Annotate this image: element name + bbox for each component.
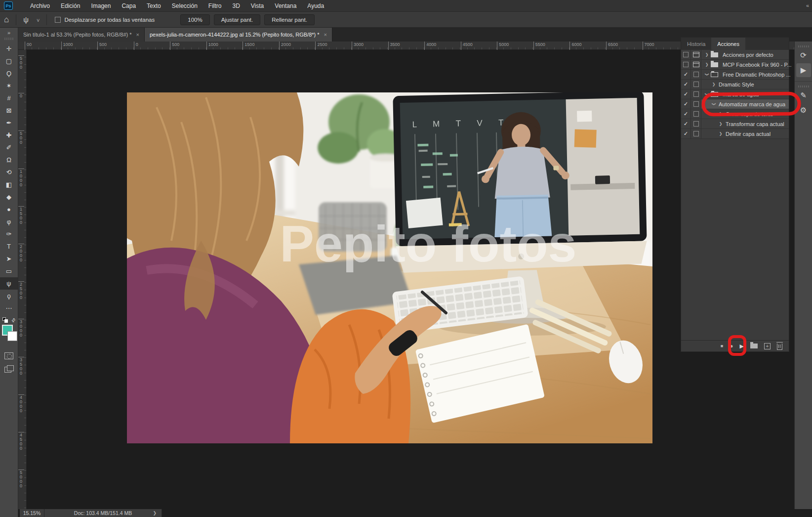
toggle-item-checkbox[interactable]: ✓ xyxy=(681,80,691,89)
new-group-button[interactable] xyxy=(750,344,758,348)
expand-arrow-icon[interactable] xyxy=(718,131,724,136)
stop-button[interactable] xyxy=(721,344,723,348)
action-row[interactable]: ✓Transformar capa actual xyxy=(681,119,789,129)
type-tool[interactable]: T xyxy=(0,240,18,253)
action-row[interactable]: ✓Marca de agua xyxy=(681,89,789,99)
canvas-image[interactable]: L M T V T F xyxy=(127,92,652,443)
zoom-tool[interactable]: ϙ xyxy=(0,290,18,302)
toggle-dialog-checkbox[interactable] xyxy=(691,80,701,89)
menu-item[interactable]: 3D xyxy=(227,0,245,12)
chevron-down-icon[interactable] xyxy=(37,15,40,24)
frame-tool[interactable]: ⊠ xyxy=(0,104,18,117)
toggle-item-checkbox[interactable]: ✓ xyxy=(681,129,691,138)
panel-tab[interactable]: Acciones xyxy=(711,38,745,50)
record-button[interactable] xyxy=(730,343,733,349)
default-colors-icon[interactable] xyxy=(2,317,8,323)
expand-arrow-icon[interactable] xyxy=(704,72,710,77)
screen-mode-icon[interactable] xyxy=(4,365,13,372)
tool-presets-panel-icon[interactable]: ✎ xyxy=(796,88,811,102)
path-selection-tool[interactable]: ➤ xyxy=(0,253,18,265)
close-icon[interactable] xyxy=(324,32,327,38)
crop-tool[interactable]: # xyxy=(0,92,18,104)
marquee-tool[interactable]: ▢ xyxy=(0,55,18,67)
expand-arrow-icon[interactable] xyxy=(711,102,717,106)
collapse-panels-icon[interactable] xyxy=(806,2,809,8)
toggle-dialog-checkbox[interactable] xyxy=(691,60,701,69)
gradient-tool[interactable]: ◆ xyxy=(0,191,18,203)
toggle-item-checkbox[interactable]: ✓ xyxy=(681,99,691,109)
brush-tool[interactable]: ✐ xyxy=(0,141,18,154)
action-row[interactable]: ✓Definir capa actual xyxy=(681,129,789,139)
action-row[interactable]: ✓Automatizar marca de agua xyxy=(681,99,789,109)
expand-arrow-icon[interactable] xyxy=(704,62,710,67)
menu-item[interactable]: Archivo xyxy=(25,0,55,12)
menu-item[interactable]: Capa xyxy=(116,0,141,12)
delete-button[interactable] xyxy=(777,344,782,350)
move-tool[interactable]: ✛ xyxy=(0,43,18,55)
menu-item[interactable]: Ayuda xyxy=(302,0,329,12)
drag-grip[interactable] xyxy=(798,86,809,87)
toggle-dialog-checkbox[interactable] xyxy=(691,129,701,138)
fit-screen-button[interactable]: Ajustar pant. xyxy=(214,14,261,25)
new-action-button[interactable] xyxy=(764,343,771,349)
background-color-swatch[interactable] xyxy=(7,331,17,341)
eyedropper-tool[interactable]: ✒ xyxy=(0,117,18,129)
magic-wand-tool[interactable]: ✶ xyxy=(0,80,18,92)
toggle-dialog-checkbox[interactable] xyxy=(691,109,701,119)
lasso-tool[interactable]: Ϙ xyxy=(0,67,18,80)
expand-arrow-icon[interactable] xyxy=(711,82,717,86)
expand-arrow-icon[interactable] xyxy=(704,52,710,57)
menu-item[interactable]: Vista xyxy=(245,0,269,12)
chevron-right-icon[interactable] xyxy=(153,511,157,516)
menu-item[interactable]: Texto xyxy=(141,0,166,12)
edit-toolbar-icon[interactable]: ⋯ xyxy=(0,302,18,314)
dodge-tool[interactable]: φ xyxy=(0,215,18,228)
menu-item[interactable]: Edición xyxy=(55,0,85,12)
clone-stamp-tool[interactable]: Ω xyxy=(0,154,18,166)
pen-tool[interactable]: ✑ xyxy=(0,228,18,240)
menu-item[interactable]: Filtro xyxy=(203,0,227,12)
hand-tool-icon[interactable] xyxy=(23,15,29,24)
action-row[interactable]: MCP Facebook Fix 960 - P... xyxy=(681,60,789,70)
play-button[interactable] xyxy=(740,343,744,349)
toggle-item-checkbox[interactable]: ✓ xyxy=(681,70,691,79)
action-row[interactable]: ✓Dramatic Style xyxy=(681,80,789,89)
quick-mask-icon[interactable] xyxy=(4,352,13,359)
expand-arrow-icon[interactable] xyxy=(718,112,724,116)
document-tab[interactable]: Sin título-1 al 53.3% (Pepito fotos, RGB… xyxy=(18,28,145,42)
history-panel-icon[interactable]: ⟳ xyxy=(796,48,811,62)
toggle-dialog-checkbox[interactable] xyxy=(691,99,701,109)
status-doc-info[interactable]: Doc: 103.4 MB/151.4 MB xyxy=(44,509,162,517)
double-arrow-icon[interactable] xyxy=(0,28,18,37)
toggle-item-checkbox[interactable] xyxy=(681,60,691,69)
rectangle-tool[interactable]: ▭ xyxy=(0,265,18,277)
menu-item[interactable]: Imagen xyxy=(85,0,116,12)
close-icon[interactable] xyxy=(136,32,139,38)
document-tab[interactable]: pexels-julia-m-cameron-4144222.jpg al 15… xyxy=(145,28,332,42)
eraser-tool[interactable]: ◧ xyxy=(0,178,18,191)
toggle-dialog-checkbox[interactable] xyxy=(691,89,701,99)
toggle-item-checkbox[interactable]: ✓ xyxy=(681,119,691,129)
status-zoom-field[interactable]: 15.15% xyxy=(20,509,44,517)
toggle-dialog-checkbox[interactable] xyxy=(691,70,701,79)
drag-grip[interactable] xyxy=(4,38,13,40)
healing-brush-tool[interactable]: ✚ xyxy=(0,129,18,141)
menu-item[interactable]: Ventana xyxy=(269,0,302,12)
fill-screen-button[interactable]: Rellenar pant. xyxy=(264,14,315,25)
toolbar-header[interactable] xyxy=(0,28,18,43)
toggle-dialog-checkbox[interactable] xyxy=(691,119,701,129)
history-brush-tool[interactable]: ⟲ xyxy=(0,166,18,178)
toggle-item-checkbox[interactable] xyxy=(681,50,691,59)
actions-panel-icon[interactable]: ▶ xyxy=(796,63,811,77)
home-icon[interactable] xyxy=(4,15,9,25)
expand-arrow-icon[interactable] xyxy=(704,92,710,96)
panel-tab[interactable]: Historia xyxy=(681,38,711,50)
toggle-item-checkbox[interactable]: ✓ xyxy=(681,89,691,99)
hand-tool[interactable]: ψ xyxy=(0,277,18,290)
swap-colors-icon[interactable] xyxy=(10,316,16,323)
scroll-all-windows-checkbox[interactable] xyxy=(55,17,61,23)
blur-tool[interactable]: ● xyxy=(0,203,18,215)
drag-grip[interactable] xyxy=(798,45,809,47)
action-row[interactable]: ✓Free Dramatic Photoshop ... xyxy=(681,70,789,80)
zoom-100-button[interactable]: 100% xyxy=(180,14,209,25)
